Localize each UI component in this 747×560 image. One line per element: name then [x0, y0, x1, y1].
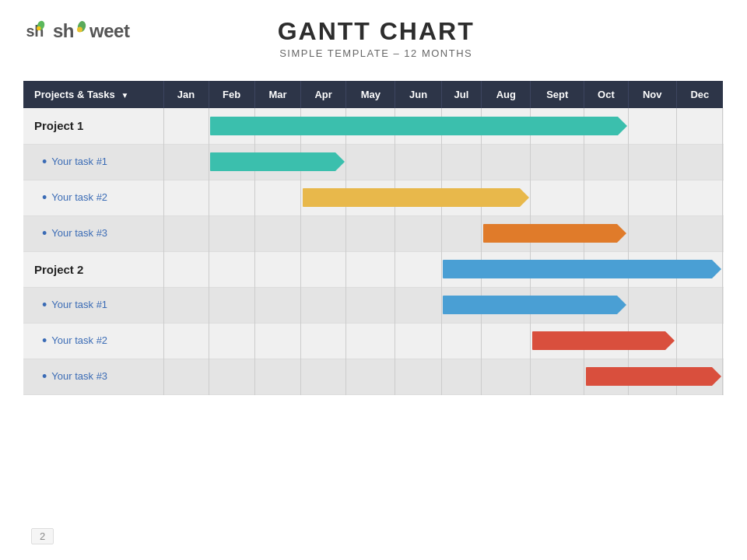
- cell-row0-col10: [628, 108, 676, 144]
- cell-row3-col2: [254, 215, 300, 251]
- cell-row4-col5: [395, 251, 441, 287]
- cell-row3-col0: [163, 215, 209, 251]
- col-sept: Sept: [531, 81, 584, 108]
- bar-row-6: [532, 331, 675, 350]
- task-row: •Your task #1: [23, 287, 724, 323]
- logo-icon-inline: [74, 18, 89, 42]
- row-label-5: •Your task #1: [23, 287, 163, 323]
- project-row: Project 2: [23, 251, 724, 287]
- cell-row7-col7: [482, 359, 531, 394]
- row-label-3: •Your task #3: [23, 215, 163, 251]
- bar-row-3: [483, 224, 627, 243]
- cell-row5-col3: [301, 287, 346, 323]
- cell-row3-col5: [395, 215, 441, 251]
- cell-row5-col1: [209, 287, 254, 323]
- cell-row1-col11: [676, 144, 723, 180]
- cell-row4-col2: [254, 251, 300, 287]
- cell-row3-col3: [301, 215, 346, 251]
- bullet-icon: •: [42, 154, 47, 170]
- col-may: May: [346, 81, 395, 108]
- main-title: Gantt Chart: [278, 17, 475, 46]
- row-label-1: •Your task #1: [23, 144, 163, 180]
- cell-row6-col4: [346, 323, 395, 359]
- cell-row0-col0: [163, 108, 209, 144]
- cell-row7-col6: [441, 359, 481, 394]
- logo-icon: sh: [23, 17, 51, 45]
- cell-row0-col11: [676, 108, 723, 144]
- bullet-icon: •: [42, 226, 47, 241]
- cell-row6-col11: [676, 323, 723, 359]
- cell-row7-col3: [301, 359, 346, 394]
- col-header-label[interactable]: Projects & Tasks ▼: [23, 81, 163, 108]
- cell-row6-col0: [163, 323, 209, 359]
- title-block: Gantt Chart Simple Template – 12 Months: [278, 17, 475, 59]
- row-label-2: •Your task #2: [23, 180, 163, 215]
- col-feb: Feb: [209, 81, 254, 108]
- cell-row5-col5: [395, 287, 441, 323]
- cell-row2-col10: [628, 180, 676, 215]
- bar-row-1: [210, 152, 345, 171]
- cell-row7-col4: [346, 359, 395, 394]
- svg-point-5: [77, 26, 82, 32]
- bullet-icon: •: [42, 333, 47, 348]
- bar-row-5: [443, 296, 626, 314]
- cell-row3-col4: [346, 215, 395, 251]
- cell-row2-col0: [163, 180, 209, 215]
- col-jan: Jan: [163, 81, 209, 108]
- bar-row-2: [303, 188, 529, 207]
- cell-row5-col11: [676, 287, 723, 323]
- logo: sh sh weet: [23, 17, 129, 45]
- cell-row7-col5: [395, 359, 441, 394]
- task-row: •Your task #2: [23, 180, 724, 215]
- logo-text-weet: weet: [89, 20, 129, 42]
- bullet-icon: •: [42, 297, 47, 313]
- cell-row3-col11: [676, 215, 723, 251]
- cell-row5-col10: [628, 287, 676, 323]
- task-row: •Your task #1: [23, 144, 724, 180]
- col-oct: Oct: [584, 81, 629, 108]
- col-jul: Jul: [441, 81, 481, 108]
- col-nov: Nov: [628, 81, 676, 108]
- cell-row1-col0: [163, 144, 209, 180]
- cell-row7-col0: [163, 359, 209, 394]
- cell-row4-col4: [346, 251, 395, 287]
- row-label-4: Project 2: [23, 251, 163, 287]
- cell-row3-col6: [441, 215, 481, 251]
- cell-row6-col3: [301, 323, 346, 359]
- cell-row5-col4: [346, 287, 395, 323]
- bar-row-4: [443, 260, 721, 278]
- col-dec: Dec: [676, 81, 723, 108]
- cell-row4-col3: [301, 251, 346, 287]
- cell-row3-col10: [628, 215, 676, 251]
- bullet-icon: •: [42, 369, 47, 384]
- cell-row1-col10: [628, 144, 676, 180]
- subtitle: Simple Template – 12 Months: [278, 47, 475, 59]
- cell-row1-col7: [482, 144, 531, 180]
- bar-row-7: [586, 367, 721, 386]
- cell-row3-col1: [209, 215, 254, 251]
- sort-icon: ▼: [121, 91, 128, 100]
- cell-row2-col9: [584, 180, 629, 215]
- svg-point-3: [37, 26, 40, 30]
- cell-row5-col2: [254, 287, 300, 323]
- cell-row2-col1: [209, 180, 254, 215]
- task-row: •Your task #3: [23, 359, 724, 394]
- col-aug: Aug: [482, 81, 531, 108]
- task-row: •Your task #3: [23, 215, 724, 251]
- row-label-7: •Your task #3: [23, 359, 163, 394]
- header-row: Projects & Tasks ▼ Jan Feb Mar Apr May J…: [23, 81, 724, 108]
- cell-row2-col11: [676, 180, 723, 215]
- cell-row2-col8: [531, 180, 584, 215]
- cell-row1-col8: [531, 144, 584, 180]
- cell-row1-col9: [584, 144, 629, 180]
- task-row: •Your task #2: [23, 323, 724, 359]
- row-label-0: Project 1: [23, 108, 163, 144]
- project-row: Project 1: [23, 108, 724, 144]
- page-header: sh sh weet Gantt Chart Simple Template –…: [0, 0, 747, 67]
- cell-row7-col8: [531, 359, 584, 394]
- gantt-table: Projects & Tasks ▼ Jan Feb Mar Apr May J…: [23, 81, 724, 395]
- cell-row5-col0: [163, 287, 209, 323]
- logo-text-sh: sh: [53, 20, 74, 42]
- cell-row1-col5: [395, 144, 441, 180]
- cell-row4-col1: [209, 251, 254, 287]
